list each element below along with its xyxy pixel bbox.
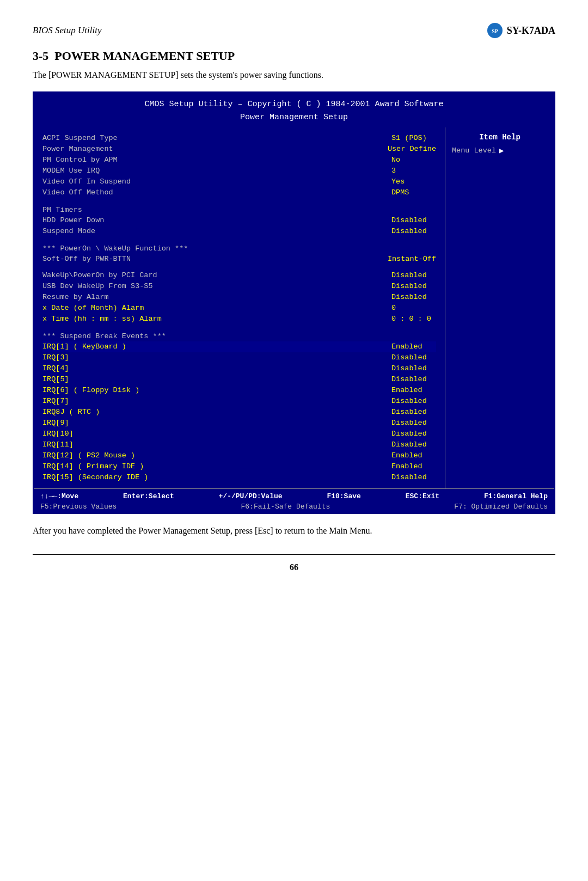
cmos-row: x Time (hh : mm : ss) Alarm0 : 0 : 0 <box>42 314 436 325</box>
svg-text:SP: SP <box>492 28 498 34</box>
footer-esc: ESC:Exit <box>406 492 439 500</box>
footer-row1: ↑↓→←:Move Enter:Select +/-/PU/PD:Value F… <box>40 492 548 503</box>
footer-optimized: F7: Optimized Defaults <box>454 503 548 511</box>
row-value: Enabled <box>387 342 436 351</box>
menu-level-arrow: ▶ <box>499 146 504 155</box>
footer-general-help: F1:General Help <box>484 492 548 500</box>
section-heading: 3-5 POWER MANAGEMENT SETUP <box>33 49 555 63</box>
cmos-section-label: *** PowerOn \ WakeUp Function *** <box>42 242 436 254</box>
row-label: Power Management <box>42 145 113 153</box>
item-help-title: Item Help <box>452 133 548 142</box>
row-label: IRQ[1] ( KeyBoard ) <box>42 342 126 351</box>
cmos-row: IRQ[10]Disabled <box>42 429 436 439</box>
row-label: IRQ[14] ( Primary IDE ) <box>42 462 144 470</box>
cmos-row: IRQ[4]Disabled <box>42 363 436 374</box>
cmos-setup-box: CMOS Setup Utility – Copyright ( C ) 198… <box>33 91 555 514</box>
soyo-icon: SP <box>486 22 504 39</box>
cmos-row: Video Off In SuspendYes <box>42 176 436 187</box>
footer-prev-values: F5:Previous Values <box>40 503 117 511</box>
cmos-row: IRQ[7]Disabled <box>42 396 436 407</box>
cmos-row: Video Off MethodDPMS <box>42 187 436 198</box>
footer-row2: F5:Previous Values F6:Fail-Safe Defaults… <box>40 503 548 511</box>
row-value: 3 <box>387 167 436 175</box>
cmos-row: WakeUp\PowerOn by PCI CardDisabled <box>42 270 436 281</box>
row-label: Video Off Method <box>42 188 113 197</box>
row-label: IRQ[4] <box>42 364 69 372</box>
cmos-spacer <box>42 198 436 204</box>
row-value: Instant-Off <box>383 255 436 263</box>
footer-save: F10:Save <box>327 492 360 500</box>
page-header: BIOS Setup Utility SP SY-K7ADA <box>33 22 555 39</box>
cmos-footer: ↑↓→←:Move Enter:Select +/-/PU/PD:Value F… <box>34 488 554 513</box>
row-value: Disabled <box>387 293 436 301</box>
cmos-row: IRQ[1] ( KeyBoard )Enabled <box>42 341 436 352</box>
row-value: Disabled <box>387 364 436 372</box>
footer-enter-select: Enter:Select <box>123 492 174 500</box>
row-label: Resume by Alarm <box>42 293 109 301</box>
row-value: Disabled <box>387 430 436 438</box>
cmos-header-line1: CMOS Setup Utility – Copyright ( C ) 198… <box>37 98 551 111</box>
cmos-row: IRQ8J ( RTC )Disabled <box>42 407 436 418</box>
brand-logo: SP SY-K7ADA <box>486 22 555 39</box>
row-value: DPMS <box>387 188 436 197</box>
cmos-row: Power ManagementUser Define <box>42 144 436 155</box>
cmos-row: IRQ[14] ( Primary IDE )Enabled <box>42 461 436 472</box>
cmos-row: PM Control by APMNo <box>42 155 436 166</box>
row-value: Disabled <box>387 473 436 481</box>
row-value: Disabled <box>387 419 436 427</box>
row-label: IRQ[3] <box>42 353 69 362</box>
row-value: Disabled <box>387 227 436 235</box>
row-value: Disabled <box>387 271 436 279</box>
brand-name: SY-K7ADA <box>507 25 555 36</box>
cmos-section-label: PM Timers <box>42 204 436 215</box>
row-label: ACPI Suspend Type <box>42 134 118 142</box>
row-value: Disabled <box>387 353 436 362</box>
cmos-body: ACPI Suspend TypeS1 (POS)Power Managemen… <box>34 127 554 488</box>
row-value: Disabled <box>387 282 436 290</box>
row-label: x Date (of Month) Alarm <box>42 304 144 312</box>
row-label: Soft-Off by PWR-BTTN <box>42 255 131 263</box>
row-value: Disabled <box>387 408 436 416</box>
section-description: The [POWER MANAGEMENT SETUP] sets the sy… <box>33 69 555 82</box>
row-label: x Time (hh : mm : ss) Alarm <box>42 315 162 323</box>
row-value: Enabled <box>387 462 436 470</box>
row-value: Disabled <box>387 397 436 405</box>
cmos-spacer <box>42 237 436 242</box>
cmos-row: IRQ[12] ( PS2 Mouse )Enabled <box>42 450 436 461</box>
cmos-row: IRQ[11]Disabled <box>42 439 436 450</box>
row-value: 0 : 0 : 0 <box>387 315 436 323</box>
cmos-header-line2: Power Management Setup <box>37 111 551 124</box>
row-label: Video Off In Suspend <box>42 178 131 186</box>
cmos-row: IRQ[15] (Secondary IDE )Disabled <box>42 472 436 483</box>
cmos-row: IRQ[3]Disabled <box>42 352 436 363</box>
row-value: User Define <box>383 145 436 153</box>
cmos-row: IRQ[5]Disabled <box>42 374 436 385</box>
row-label: IRQ8J ( RTC ) <box>42 408 100 416</box>
row-value: 0 <box>387 304 436 312</box>
cmos-sidebar: Item Help Menu Level ▶ <box>445 127 554 488</box>
row-label: HDD Power Down <box>42 216 104 224</box>
row-label: PM Control by APM <box>42 156 118 164</box>
cmos-header: CMOS Setup Utility – Copyright ( C ) 198… <box>34 93 554 127</box>
cmos-row: Resume by AlarmDisabled <box>42 292 436 303</box>
row-label: MODEM Use IRQ <box>42 167 100 175</box>
row-value: Yes <box>387 178 436 186</box>
after-text: After you have completed the Power Manag… <box>33 524 555 538</box>
cmos-row: Soft-Off by PWR-BTTNInstant-Off <box>42 254 436 265</box>
row-label: IRQ[5] <box>42 375 69 383</box>
row-label: IRQ[7] <box>42 397 69 405</box>
cmos-row: USB Dev WakeUp From S3-S5Disabled <box>42 281 436 292</box>
cmos-row: IRQ[9]Disabled <box>42 418 436 429</box>
cmos-row: Suspend ModeDisabled <box>42 226 436 237</box>
row-label: IRQ[11] <box>42 440 74 449</box>
footer-move: ↑↓→←:Move <box>40 492 78 500</box>
row-value: Disabled <box>387 216 436 224</box>
cmos-row: HDD Power DownDisabled <box>42 215 436 226</box>
row-label: IRQ[15] (Secondary IDE ) <box>42 473 148 481</box>
footer-fail-safe: F6:Fail-Safe Defaults <box>241 503 330 511</box>
menu-level: Menu Level ▶ <box>452 146 548 155</box>
row-label: IRQ[9] <box>42 419 69 427</box>
footer-value: +/-/PU/PD:Value <box>219 492 283 500</box>
cmos-spacer <box>42 265 436 270</box>
bios-title: BIOS Setup Utility <box>33 25 102 36</box>
